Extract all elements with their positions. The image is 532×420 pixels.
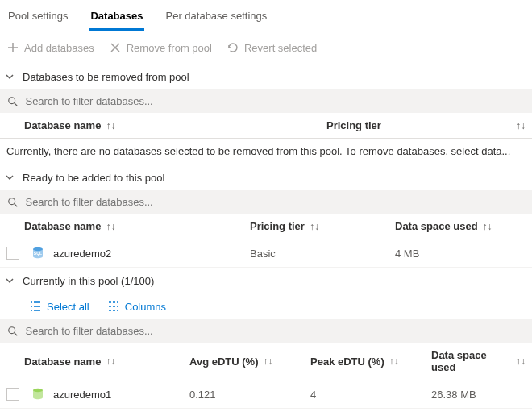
revert-icon: [227, 41, 239, 54]
table-row[interactable]: SQL azuredemo2 Basic 4 MB: [0, 239, 532, 268]
x-icon: [109, 41, 122, 54]
svg-text:SQL: SQL: [34, 251, 42, 256]
select-all-label: Select all: [47, 301, 89, 313]
search-current[interactable]: [0, 319, 532, 343]
add-databases-button[interactable]: Add databases: [6, 41, 94, 54]
sort-icon: ↑↓: [106, 356, 115, 367]
remove-from-pool-button[interactable]: Remove from pool: [109, 41, 212, 54]
cell-data-space: 4 MB: [395, 247, 526, 260]
sort-icon: ↑↓: [516, 120, 526, 131]
sql-database-icon: [31, 387, 45, 401]
tab-pool-settings[interactable]: Pool settings: [6, 5, 69, 31]
columns-label: Columns: [125, 301, 166, 313]
col-avg-edtu[interactable]: Avg eDTU (%) ↑↓: [189, 356, 310, 368]
svg-point-0: [8, 97, 15, 103]
remove-from-pool-label: Remove from pool: [127, 42, 212, 54]
sql-database-icon: SQL: [31, 246, 45, 260]
section-current-header[interactable]: Currently in this pool (1/100): [0, 268, 532, 293]
tab-per-database-settings[interactable]: Per database settings: [164, 5, 268, 31]
col-database-name[interactable]: Database name ↑↓: [24, 356, 189, 368]
cell-peak-edtu: 4: [310, 389, 431, 401]
col-database-name[interactable]: Database name ↑↓: [24, 119, 326, 131]
columns-icon: [107, 300, 120, 313]
columns-link[interactable]: Columns: [107, 300, 166, 313]
cell-db-name: azuredemo2: [53, 247, 250, 260]
sort-icon: ↑↓: [310, 221, 319, 232]
section-removed-title: Databases to be removed from pool: [23, 71, 189, 83]
select-all-link[interactable]: Select all: [29, 300, 89, 313]
chevron-down-icon: [3, 70, 16, 83]
add-databases-label: Add databases: [24, 42, 94, 54]
row-checkbox[interactable]: [6, 247, 19, 260]
cell-pricing-tier: Basic: [250, 247, 395, 260]
removed-empty-message: Currently, there are no databases select…: [0, 139, 532, 164]
sort-icon: ↑↓: [263, 356, 272, 367]
search-ready-input[interactable]: [23, 195, 526, 209]
sort-icon: ↑↓: [516, 356, 526, 367]
removed-column-headers: Database name ↑↓ Pricing tier ↑↓: [0, 113, 532, 139]
ready-column-headers: Database name ↑↓ Pricing tier ↑↓ Data sp…: [0, 214, 532, 239]
col-data-space[interactable]: Data space used ↑↓: [431, 349, 526, 373]
sort-icon: ↑↓: [106, 120, 115, 131]
sort-icon: ↑↓: [483, 221, 493, 232]
search-icon: [6, 95, 19, 108]
col-data-space[interactable]: Data space used ↑↓: [395, 220, 526, 232]
chevron-down-icon: [3, 274, 16, 287]
current-column-headers: Database name ↑↓ Avg eDTU (%) ↑↓ Peak eD…: [0, 343, 532, 380]
search-removed[interactable]: [0, 89, 532, 113]
cell-data-space: 26.38 MB: [431, 389, 526, 401]
search-icon: [6, 196, 19, 209]
search-removed-input[interactable]: [23, 94, 526, 108]
col-pricing-tier[interactable]: Pricing tier: [326, 119, 509, 131]
row-checkbox[interactable]: [6, 388, 19, 401]
col-database-name[interactable]: Database name ↑↓: [24, 220, 250, 232]
tab-databases[interactable]: Databases: [89, 5, 144, 31]
toolbar: Add databases Remove from pool Revert se…: [0, 31, 532, 64]
section-ready-header[interactable]: Ready to be added to this pool: [0, 164, 532, 190]
col-peak-edtu[interactable]: Peak eDTU (%) ↑↓: [310, 356, 431, 368]
plus-icon: [6, 41, 19, 54]
chevron-down-icon: [3, 171, 16, 184]
revert-selected-button[interactable]: Revert selected: [227, 41, 317, 54]
section-current-title: Currently in this pool (1/100): [23, 275, 154, 287]
cell-avg-edtu: 0.121: [189, 389, 310, 401]
sort-icon: ↑↓: [389, 356, 399, 367]
search-ready[interactable]: [0, 190, 532, 214]
sort-icon: ↑↓: [106, 221, 115, 232]
search-icon: [6, 325, 19, 338]
revert-selected-label: Revert selected: [244, 42, 317, 54]
col-sort-right[interactable]: ↑↓: [509, 120, 526, 131]
svg-point-4: [8, 326, 15, 333]
section-removed-header[interactable]: Databases to be removed from pool: [0, 64, 532, 89]
list-check-icon: [29, 300, 42, 313]
section-ready-title: Ready to be added to this pool: [23, 172, 164, 184]
tab-strip: Pool settings Databases Per database set…: [0, 0, 532, 31]
current-actions: Select all Columns: [0, 293, 532, 319]
svg-point-1: [8, 198, 15, 204]
table-row[interactable]: azuredemo1 0.121 4 26.38 MB: [0, 380, 532, 409]
cell-db-name: azuredemo1: [53, 389, 189, 401]
col-pricing-tier[interactable]: Pricing tier ↑↓: [250, 220, 395, 232]
search-current-input[interactable]: [23, 324, 526, 338]
